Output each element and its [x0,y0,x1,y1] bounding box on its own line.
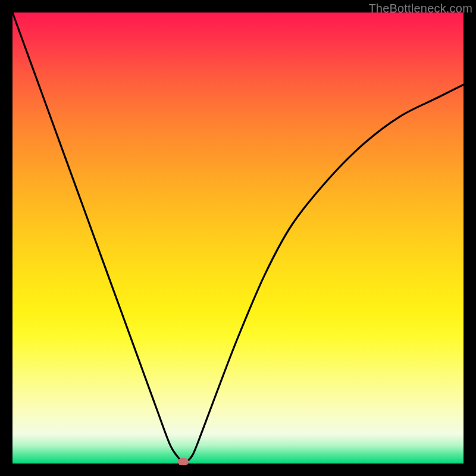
chart-area [12,12,464,464]
optimum-marker [178,458,189,465]
watermark-text: TheBottleneck.com [368,2,472,15]
bottleneck-curve [12,12,464,464]
